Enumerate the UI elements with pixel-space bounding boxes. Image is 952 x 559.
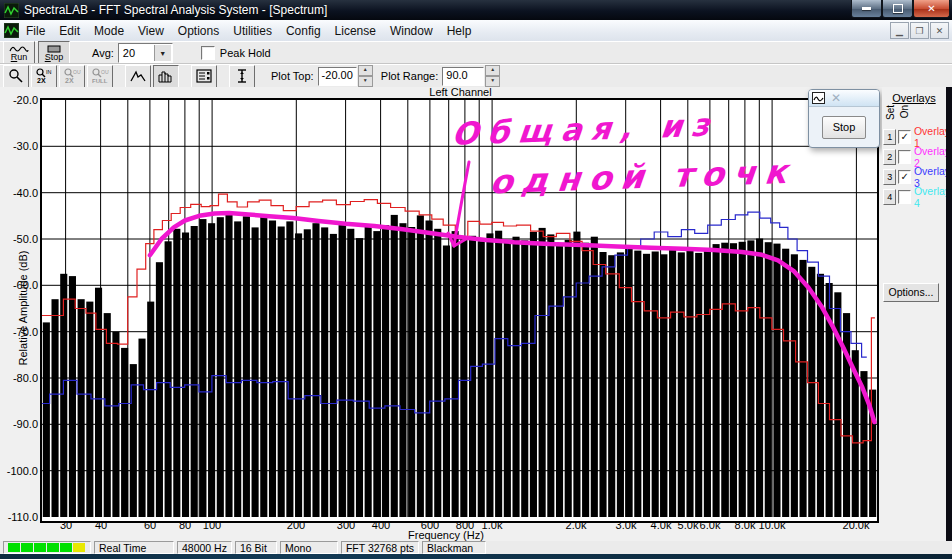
x-tick-label: 6.0k [690, 519, 730, 531]
plot-top-spinner[interactable]: ▲▼ [358, 65, 373, 87]
spectrum-bar [652, 252, 659, 518]
spectrum-bar [86, 302, 93, 517]
maximize-button[interactable] [882, 0, 913, 18]
overlay-row-3: 3 ✓ Overlay 3 [883, 169, 952, 185]
zoom-cursor-button[interactable] [3, 65, 29, 88]
title-bar[interactable]: SpectraLAB - FFT Spectral Analysis Syste… [0, 0, 952, 20]
overlay-3-checkbox[interactable]: ✓ [898, 170, 911, 184]
overlay-4-checkbox[interactable] [898, 190, 911, 204]
y-tick-label: -60.0 [4, 279, 38, 291]
spectrum-bar [547, 234, 554, 517]
spectrum-bar [721, 243, 728, 517]
spectrum-bar [747, 240, 754, 517]
spectrum-bar [217, 217, 224, 517]
run-button[interactable]: Run [3, 41, 35, 65]
spectrum-bar [765, 242, 772, 517]
mdi-close-button[interactable]: ✕ [930, 22, 949, 39]
spectrum-bar [791, 254, 798, 517]
mini-control-window[interactable]: ✕ Stop [808, 89, 880, 148]
y-tick-label: -40.0 [4, 187, 38, 199]
peak-hold-checkbox[interactable] [201, 46, 215, 60]
spectrum-bar [234, 221, 241, 517]
spectrum-bar [243, 216, 250, 517]
spectrum-bar [512, 237, 519, 517]
spectrum-bar [808, 267, 815, 517]
display-options-button[interactable] [191, 65, 217, 88]
spectrum-bar [434, 229, 441, 517]
spectrum-bar [373, 231, 380, 517]
menu-item-help[interactable]: Help [440, 22, 479, 40]
mini-stop-button[interactable]: Stop [822, 116, 866, 139]
plot-range-spinner[interactable]: ▲▼ [485, 65, 500, 87]
menu-item-window[interactable]: Window [383, 22, 440, 40]
spectrum-bar [486, 233, 493, 517]
spectrum-bar [739, 242, 746, 517]
overlay-1-checkbox[interactable]: ✓ [898, 130, 911, 144]
zoom-out-2x-button[interactable]: 2XOUT [59, 65, 85, 88]
spectrum-bar [460, 238, 467, 517]
status-panel-48000-hz: 48000 Hz [177, 541, 232, 554]
zoom-in-2x-button[interactable]: 2XIN [31, 65, 57, 88]
overlays-options-button[interactable]: Options... [883, 283, 939, 302]
spectralab-window: SpectraLAB - FFT Spectral Analysis Syste… [0, 0, 952, 559]
menu-item-edit[interactable]: Edit [52, 22, 87, 40]
zoom-out-full-button[interactable]: FULLOUT [87, 65, 113, 88]
overlays-panel: Overlays Set On 1 ✓ Overlay 1 2 Overlay … [882, 87, 946, 541]
spectrum-bar [173, 229, 180, 517]
overlay-row-4: 4 Overlay 4 [883, 189, 952, 205]
bar-display-button[interactable] [153, 65, 179, 88]
spectrum-bar [713, 244, 720, 517]
x-tick-label: 30 [46, 519, 86, 531]
menu-item-view[interactable]: View [131, 22, 171, 40]
y-tick-label: -20.0 [4, 94, 38, 106]
spectrum-bar [608, 255, 615, 517]
y-tick-label: -50.0 [4, 233, 38, 245]
menu-item-config[interactable]: Config [279, 22, 328, 40]
overlay-2-checkbox[interactable] [898, 150, 911, 164]
chevron-down-icon[interactable]: ▼ [154, 45, 171, 61]
menu-item-license[interactable]: License [328, 22, 383, 40]
y-tick-label: -80.0 [4, 372, 38, 384]
spectrum-bar [252, 227, 259, 517]
annotation-arrow [454, 162, 469, 246]
x-tick-label: 2.0k [556, 519, 596, 531]
spectrum-bar [782, 249, 789, 517]
menu-bar-items: FileEditModeViewOptionsUtilitiesConfigLi… [19, 22, 478, 40]
mdi-restore-button[interactable]: ❐ [910, 22, 929, 39]
stop-button[interactable]: Stop [38, 41, 70, 65]
bar-chart-icon [158, 69, 174, 83]
overlay-4-set-button[interactable]: 4 [883, 189, 896, 205]
minimize-button[interactable] [851, 0, 882, 18]
status-panel-fft-32768-pts: FFT 32768 pts [341, 541, 419, 554]
overlay-row-1: 1 ✓ Overlay 1 [883, 129, 952, 145]
overlay-3-set-button[interactable]: 3 [883, 169, 896, 185]
plot-top-field[interactable]: -20.00 [318, 67, 357, 86]
spectrum-bar [678, 252, 685, 517]
menu-item-utilities[interactable]: Utilities [226, 22, 279, 40]
menu-item-mode[interactable]: Mode [87, 22, 131, 40]
close-button[interactable]: ✕ [913, 0, 950, 18]
plot-top-label: Plot Top: [271, 70, 314, 82]
mini-waveform-icon [812, 92, 825, 104]
spectrum-bar [417, 215, 424, 517]
x-tick-label: 60 [130, 519, 170, 531]
spectrum-bar [452, 231, 459, 517]
y-axis-label: Relative Amplitude (dB) [17, 228, 29, 388]
mdi-minimize-button[interactable]: ▁ [890, 22, 909, 39]
overlay-1-set-button[interactable]: 1 [883, 129, 896, 145]
overlay-2-set-button[interactable]: 2 [883, 149, 896, 165]
menu-item-options[interactable]: Options [171, 22, 226, 40]
mini-close-icon[interactable]: ✕ [831, 91, 841, 105]
spectrum-bar [199, 219, 206, 517]
peak-marker-button[interactable] [125, 65, 151, 88]
plot-range-label: Plot Range: [381, 70, 438, 82]
spectrum-bar [147, 302, 154, 517]
x-tick-label: 40 [81, 519, 121, 531]
menu-item-file[interactable]: File [19, 22, 52, 40]
spectrum-bar [634, 251, 641, 517]
avg-combobox[interactable]: 20 ▼ [118, 43, 173, 63]
amplitude-axis-button[interactable] [229, 65, 255, 88]
mini-window-titlebar[interactable]: ✕ [809, 90, 879, 107]
app-icon [4, 3, 19, 18]
plot-range-field[interactable]: 90.0 [442, 67, 484, 86]
